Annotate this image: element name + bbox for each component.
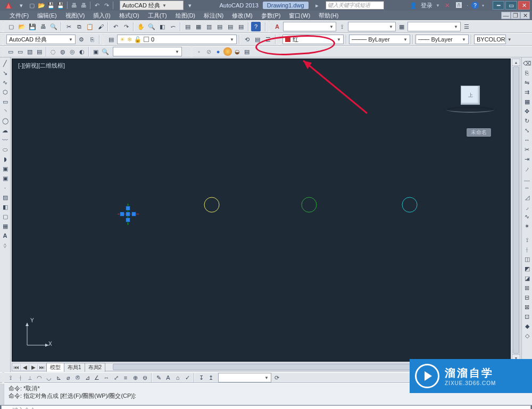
tb-open-icon[interactable]: 📂 — [17, 22, 27, 31]
window-minimize-button[interactable]: ━ — [493, 1, 504, 10]
tb-dimstyle-icon[interactable]: ⟟ — [337, 22, 347, 31]
signin-arrow[interactable]: ▼ — [436, 3, 440, 8]
u3-icon[interactable]: ▧ — [26, 47, 34, 56]
tool-block-icon[interactable]: ▣ — [1, 173, 10, 183]
tablestyle-dropdown[interactable]: ▼ — [408, 22, 461, 31]
signin-icon[interactable]: 👤 — [409, 1, 418, 10]
mod-array-icon[interactable]: ▦ — [522, 97, 532, 106]
tab-nav-first[interactable]: ⏮ — [12, 364, 21, 370]
tb-zoomw-icon[interactable]: ◧ — [157, 22, 167, 31]
v6-icon[interactable]: ▤ — [243, 47, 251, 56]
tb-mlstyle-icon[interactable]: ☰ — [462, 22, 471, 31]
mod-offset-icon[interactable]: ⇉ — [522, 87, 532, 97]
mod-erase-icon[interactable]: ⌫ — [522, 59, 532, 68]
tool-xline-icon[interactable]: ↘ — [1, 68, 10, 78]
mod-blend-icon[interactable]: ∿ — [522, 212, 532, 221]
u7-icon[interactable]: ◎ — [68, 47, 77, 56]
dim2-icon[interactable]: ⟊ — [16, 373, 24, 382]
viewport-label[interactable]: [-][俯视][二维线框] — [16, 61, 66, 70]
tool-insert-icon[interactable]: ▣ — [1, 164, 10, 173]
menu-help[interactable]: 帮助(H) — [314, 11, 343, 21]
menu-tools[interactable]: 工具(T) — [144, 11, 171, 21]
tool-addsel-icon[interactable]: ⎀ — [1, 240, 10, 250]
qat-open-icon[interactable]: 📂 — [37, 1, 46, 10]
dim8-icon[interactable]: ® — [73, 373, 82, 382]
v2-icon[interactable]: ⊘ — [204, 47, 213, 56]
mod-extend-icon[interactable]: ⇥ — [522, 154, 532, 164]
v1-icon[interactable]: ◦ — [195, 47, 203, 56]
tool-hatch-icon[interactable]: ▨ — [1, 193, 10, 202]
mdi-minimize-button[interactable]: — — [501, 12, 511, 19]
v5-icon[interactable]: ◒ — [233, 47, 242, 56]
layout1-tab[interactable]: 布局1 — [64, 363, 85, 372]
menu-dim[interactable]: 标注(N) — [200, 11, 228, 21]
tool-spline-icon[interactable]: 〰 — [1, 135, 10, 145]
workspace-bar-dropdown[interactable]: AutoCAD 经典▼ — [6, 35, 76, 44]
dimstyle-bottom-dropdown[interactable]: ▼ — [218, 373, 271, 382]
dim4-icon[interactable]: ◠ — [35, 373, 44, 382]
mod-break2-icon[interactable]: ⸏ — [522, 173, 532, 183]
tool-pline-icon[interactable]: ∿ — [1, 78, 10, 87]
tb-match-icon[interactable]: 🖌 — [96, 22, 105, 31]
tool-ellarc-icon[interactable]: ◗ — [1, 154, 10, 164]
dim10-icon[interactable]: ∠ — [93, 373, 101, 382]
layer-states-icon[interactable]: ▤ — [253, 35, 262, 44]
workspace-gear-icon[interactable]: ▾ — [186, 1, 194, 10]
dim14-icon[interactable]: ⊕ — [131, 373, 139, 382]
qat-plotpreview-icon[interactable]: 🖶 — [79, 1, 88, 10]
mod-trim-icon[interactable]: ✂ — [522, 145, 532, 154]
tb-print-icon[interactable]: 🖶 — [38, 22, 48, 31]
search-input[interactable]: 键入关键字或短语 — [326, 1, 384, 10]
r2a-icon[interactable]: ⟟ — [522, 235, 532, 245]
dim6-icon[interactable]: ⊾ — [54, 373, 63, 382]
u4-icon[interactable]: ▤ — [35, 47, 44, 56]
linetype-dropdown[interactable]: ──── ByLayer ▼ — [349, 35, 410, 44]
workspace-save-icon[interactable]: ⎘ — [87, 35, 97, 44]
r2d-icon[interactable]: ◩ — [522, 264, 532, 273]
exchange-x-icon[interactable]: ✕ — [443, 1, 452, 10]
dim11-icon[interactable]: ↔ — [102, 373, 111, 382]
qat-plot-icon[interactable]: 🖶 — [70, 1, 78, 10]
dim9-icon[interactable]: ⊿ — [83, 373, 92, 382]
mod-break1-icon[interactable]: ⵰ — [522, 164, 532, 173]
dim18-icon[interactable]: ⌂ — [173, 373, 182, 382]
tb-zoomp-icon[interactable]: ⤺ — [168, 22, 178, 31]
tb-save-icon[interactable]: 💾 — [28, 22, 37, 31]
mod-join-icon[interactable]: ⎓ — [522, 183, 532, 193]
r2c-icon[interactable]: ◫ — [522, 254, 532, 264]
model-viewport[interactable]: [-][俯视][二维线框] 上 未命名 — [12, 59, 511, 362]
mod-copy-icon[interactable]: ⎘ — [522, 68, 532, 78]
r2e-icon[interactable]: ◪ — [522, 273, 532, 283]
menu-view[interactable]: 视图(V) — [61, 11, 89, 21]
tb-props-icon[interactable]: ▤ — [183, 22, 193, 31]
mod-scale-icon[interactable]: ⤡ — [522, 126, 532, 135]
u10-icon[interactable]: 🔍 — [101, 47, 110, 56]
color-dropdown[interactable]: 红 ▼ — [282, 35, 344, 44]
workspace-dropdown[interactable]: AutoCAD 经典 ▼ — [120, 1, 184, 10]
mod-explode-icon[interactable]: ✶ — [522, 221, 532, 231]
command-input[interactable]: ▸_键入命令 — [1, 405, 531, 409]
v3-icon[interactable]: ● — [214, 47, 222, 56]
steering-wheel-chip[interactable]: 未命名 — [467, 128, 491, 137]
dimstyle-dropdown[interactable]: ▼ — [348, 22, 396, 31]
tool-polygon-icon[interactable]: ⬡ — [1, 87, 10, 97]
dim19-icon[interactable]: ✓ — [183, 373, 192, 382]
autocad-logo[interactable] — [2, 1, 15, 10]
dim5-icon[interactable]: ◡ — [45, 373, 53, 382]
tool-rect-icon[interactable]: ▭ — [1, 97, 10, 106]
menu-insert[interactable]: 插入(I) — [89, 11, 114, 21]
r2h-icon[interactable]: ⊠ — [522, 302, 532, 312]
layer-dropdown[interactable]: ☀❄🔓 0 ▼ — [117, 35, 237, 44]
dim15-icon[interactable]: ⊖ — [140, 373, 149, 382]
workspace-settings-icon[interactable]: ⚙ — [77, 35, 86, 44]
r2i-icon[interactable]: ⊡ — [522, 312, 532, 321]
model-tab[interactable]: 模型 — [46, 363, 64, 372]
exchange-a-icon[interactable]: 🅰 — [455, 1, 463, 10]
v4-sun-icon[interactable]: ● — [223, 47, 232, 56]
u8-icon[interactable]: ◐ — [78, 47, 86, 56]
tool-arc-icon[interactable]: ◝ — [1, 106, 10, 116]
tool-gradient-icon[interactable]: ◧ — [1, 202, 10, 212]
layer-prev-icon[interactable]: ⟲ — [242, 35, 252, 44]
tb-redo-icon[interactable]: ↷ — [121, 22, 131, 31]
tool-table-icon[interactable]: ▦ — [1, 221, 10, 231]
